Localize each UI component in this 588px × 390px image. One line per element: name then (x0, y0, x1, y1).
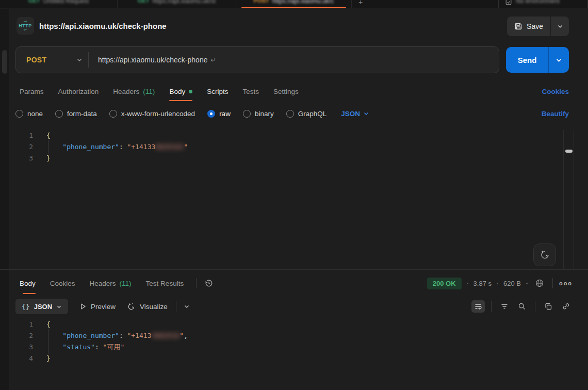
body-type-binary[interactable]: binary (243, 110, 274, 118)
cookies-link[interactable]: Cookies (542, 88, 569, 95)
pane-divider[interactable] (0, 269, 588, 270)
code-token: "可用" (103, 343, 125, 351)
radio-circle-icon (109, 110, 117, 118)
new-tab-button[interactable]: + (352, 0, 369, 8)
tab-scripts[interactable]: Scripts (200, 82, 235, 101)
line-number: 3 (9, 153, 33, 164)
code-token (46, 332, 62, 339)
code-token: } (46, 154, 51, 162)
tab-tests[interactable]: Tests (235, 82, 266, 101)
postbot-button[interactable] (533, 243, 556, 266)
raw-format-label: JSON (341, 110, 360, 118)
workspace-tab[interactable]: GETUntitled Request (0, 0, 118, 8)
url-input[interactable]: https://api.xiaomu.uk/check-phone↵ (89, 56, 216, 64)
request-tabs: ParamsAuthorizationHeaders(11)BodyScript… (15, 82, 569, 101)
history-clock-icon (204, 279, 214, 288)
method-selector-caret[interactable] (72, 57, 87, 63)
plus-icon: + (358, 0, 363, 6)
tab-authorization[interactable]: Authorization (51, 82, 106, 101)
response-format-dropdown[interactable]: {} JSON (15, 299, 68, 314)
search-button[interactable] (515, 300, 529, 313)
link-button[interactable] (559, 300, 573, 313)
send-button[interactable]: Send (506, 47, 548, 73)
tab-body[interactable]: Body (162, 82, 200, 101)
code-line: 3} (9, 153, 588, 164)
line-number: 2 (9, 141, 33, 153)
visualize-button[interactable]: Visualize (127, 302, 168, 311)
request-body-editor[interactable]: 1{2 "phone_number": "+141338820163"3} (9, 130, 588, 269)
save-label: Save (527, 22, 543, 30)
left-rail (0, 9, 9, 390)
tab-label: Headers (113, 88, 139, 95)
response-tab-headers[interactable]: Headers(11) (83, 272, 139, 294)
visualize-sparkle-icon (127, 302, 136, 311)
preview-button[interactable]: Preview (79, 303, 116, 311)
workspace-tab-label: GETUntitled Request (28, 0, 89, 5)
environment-selector[interactable]: No environment (499, 0, 587, 6)
url-row: POST https://api.xiaomu.uk/check-phone↵ … (15, 46, 588, 73)
active-tab-underline (23, 293, 36, 294)
tab-params[interactable]: Params (15, 82, 51, 101)
postbot-sparkle-icon (539, 249, 550, 261)
tab-settings[interactable]: Settings (266, 82, 306, 101)
body-type-GraphQL[interactable]: GraphQL (286, 110, 327, 118)
workspace-tab-label: POSThttps://api.xiaomu.uk/c (254, 0, 334, 5)
workspace-tab-active[interactable]: POSThttps://api.xiaomu.uk/c (236, 0, 352, 8)
radio-label: raw (219, 110, 231, 118)
code-token: "+14133 (127, 143, 156, 151)
visualize-options-caret[interactable] (184, 303, 190, 310)
send-options-button[interactable] (548, 47, 569, 73)
raw-format-dropdown[interactable]: JSON (341, 110, 369, 118)
tab-url-label: https://api.xiaomu.uk/st (152, 0, 216, 5)
tab-label: Cookies (50, 280, 75, 287)
filter-button[interactable] (498, 300, 511, 313)
code-content: } (33, 353, 51, 364)
radio-circle-icon (207, 110, 215, 118)
response-time[interactable]: 3.87 s (473, 280, 492, 287)
radio-label: form-data (67, 110, 97, 118)
method-selector[interactable]: POST (16, 56, 72, 64)
more-dots-icon: ooo (559, 280, 573, 286)
editor-scrollbar-track (563, 130, 574, 269)
response-tab-body[interactable]: Body (15, 272, 43, 294)
beautify-link[interactable]: Beautify (542, 110, 569, 118)
code-line: 3 "status": "可用" (9, 342, 588, 353)
response-tab-list: BodyCookiesHeaders(11)Test Results (15, 272, 191, 294)
response-tab-test-results[interactable]: Test Results (139, 272, 191, 294)
code-content: } (33, 153, 51, 164)
wrap-text-button[interactable] (471, 300, 485, 313)
body-type-x-www-form-urlencoded[interactable]: x-www-form-urlencoded (109, 110, 195, 118)
network-info-button[interactable] (533, 277, 546, 289)
url-value: https://api.xiaomu.uk/check-phone (98, 56, 207, 64)
sidebar-toggle-handle[interactable] (2, 50, 7, 74)
chevron-down-icon (56, 304, 62, 310)
body-type-form-data[interactable]: form-data (55, 110, 97, 118)
body-type-raw[interactable]: raw (207, 110, 231, 118)
radio-circle-icon (55, 110, 63, 118)
tab-headers[interactable]: Headers(11) (106, 82, 162, 101)
copy-button[interactable] (542, 300, 555, 313)
preview-label: Preview (91, 303, 116, 311)
radio-label: none (27, 110, 43, 118)
dot-separator (497, 283, 498, 284)
code-token: " (184, 143, 188, 151)
send-button-group: Send (506, 47, 569, 73)
dot-separator (467, 283, 468, 284)
play-preview-icon (79, 303, 87, 310)
chevron-down-icon (184, 303, 190, 310)
workspace-tab-label: GEThttps://api.xiaomu.uk/st (138, 0, 216, 5)
editor-scrollbar-thumb[interactable] (565, 150, 573, 153)
save-options-button[interactable] (550, 17, 569, 36)
line-number: 2 (9, 330, 33, 342)
response-meta: 200 OK 3.87 s 620 B ooo (427, 277, 573, 289)
response-tab-cookies[interactable]: Cookies (43, 272, 83, 294)
body-type-none[interactable]: none (15, 110, 43, 118)
status-badge[interactable]: 200 OK (427, 278, 462, 289)
response-size[interactable]: 620 B (503, 280, 521, 287)
save-button[interactable]: Save (507, 17, 550, 36)
workspace-tab[interactable]: GEThttps://api.xiaomu.uk/st (118, 0, 236, 8)
response-more-button[interactable]: ooo (559, 277, 573, 289)
code-token: : (119, 143, 127, 151)
response-body-viewer[interactable]: 1{2 "phone_number": "+14133882016",3 "st… (9, 319, 588, 390)
response-history-button[interactable] (202, 276, 216, 290)
